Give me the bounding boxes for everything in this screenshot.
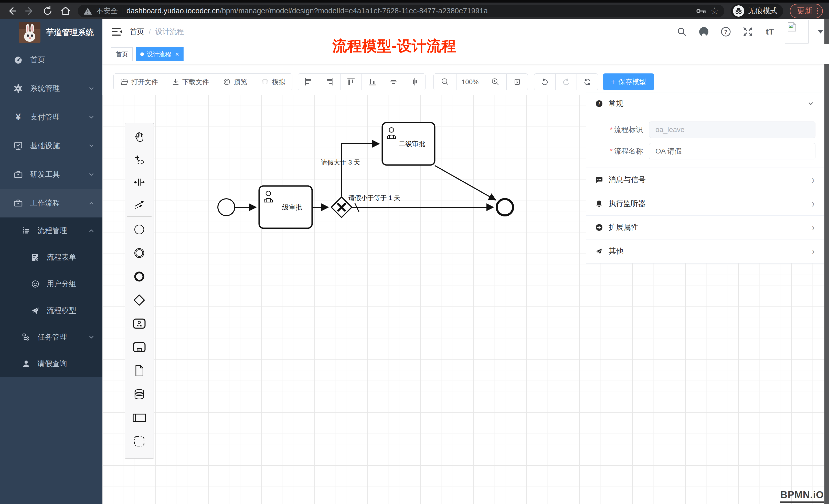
sidebar-logo[interactable]: 芋道管理系统 — [0, 19, 102, 45]
align-right-button[interactable] — [319, 73, 340, 90]
zoom-button-group: 100% — [433, 73, 528, 90]
flow-label-gt[interactable]: 请假大于 3 天 — [321, 159, 360, 166]
hamburger-icon[interactable] — [112, 27, 122, 36]
sidebar-item-devtools[interactable]: 研发工具 — [0, 160, 102, 189]
section-other[interactable]: 其他 › — [586, 239, 824, 263]
align-bottom-button[interactable] — [361, 73, 383, 90]
section-execution-listener[interactable]: 执行监听器 › — [586, 192, 824, 216]
active-dot — [140, 52, 144, 56]
file-button-group: 打开文件 下载文件 预览 模拟 — [113, 73, 292, 90]
download-file-button[interactable]: 下载文件 — [165, 73, 216, 90]
avatar-dropdown-caret[interactable] — [818, 30, 823, 34]
browser-reload-button[interactable] — [42, 5, 53, 16]
sidebar-item-label: 基础设施 — [30, 141, 81, 151]
user-task-first-approval[interactable]: 一级审批 — [259, 186, 312, 228]
key-icon[interactable] — [696, 8, 706, 14]
create-group[interactable] — [125, 430, 154, 453]
zoom-out-button[interactable] — [433, 73, 457, 90]
simulate-button[interactable]: 模拟 — [254, 73, 292, 90]
preview-button[interactable]: 预览 — [216, 73, 254, 90]
header-search-button[interactable] — [675, 25, 689, 39]
properties-panel: i 常规 *流程标识 *流程名称 消息与信号 › — [586, 92, 824, 264]
reload-icon — [42, 6, 53, 16]
align-left-button[interactable] — [298, 73, 319, 90]
space-tool[interactable] — [125, 171, 154, 193]
undo-button[interactable] — [534, 73, 555, 90]
create-participant[interactable] — [125, 406, 154, 430]
flow-gateway-to-task2[interactable] — [341, 144, 379, 196]
fit-viewport-icon — [513, 78, 521, 86]
browser-forward-button[interactable] — [24, 5, 35, 16]
section-label: 常规 — [609, 99, 802, 109]
header-help-button[interactable]: ? — [719, 25, 733, 39]
create-gateway[interactable] — [125, 288, 154, 312]
redo-button[interactable] — [555, 73, 577, 90]
align-vcenter-button[interactable] — [383, 73, 404, 90]
tab-home[interactable]: 首页 — [111, 47, 133, 61]
close-icon[interactable]: × — [175, 51, 179, 57]
user-task-second-approval[interactable]: 二级审批 — [382, 122, 435, 165]
browser-home-button[interactable] — [60, 5, 71, 16]
svg-text:i: i — [598, 101, 600, 107]
security-label[interactable]: 不安全 — [96, 6, 118, 16]
sidebar-item-user-group[interactable]: 用户分组 — [0, 271, 102, 297]
section-message-signal[interactable]: 消息与信号 › — [586, 168, 824, 192]
user-avatar[interactable] — [785, 20, 808, 43]
sidebar-item-system[interactable]: 系统管理 — [0, 74, 102, 103]
breadcrumb-home[interactable]: 首页 — [130, 27, 144, 37]
align-top-button[interactable] — [340, 73, 362, 90]
chevron-right-icon: › — [812, 174, 815, 186]
zoom-value: 100% — [462, 78, 479, 86]
process-key-input[interactable] — [649, 121, 816, 138]
sidebar-item-process-form[interactable]: 流程表单 — [0, 244, 102, 271]
tab-design-process[interactable]: 设计流程 × — [136, 47, 184, 61]
sidebar-item-infra[interactable]: 基础设施 — [0, 131, 102, 160]
browser-menu-icon[interactable] — [817, 8, 818, 14]
section-extended-attrs[interactable]: 扩展属性 › — [586, 216, 824, 239]
download-icon — [172, 78, 179, 85]
address-bar[interactable]: 不安全 dashboard.yudao.iocoder.cn/bpm/manag… — [78, 5, 724, 17]
end-event[interactable] — [497, 199, 513, 216]
section-general[interactable]: i 常规 — [586, 93, 824, 114]
create-data-store[interactable] — [125, 383, 154, 406]
create-user-task[interactable] — [125, 312, 154, 336]
process-name-input[interactable] — [649, 143, 816, 159]
open-file-button[interactable]: 打开文件 — [113, 73, 165, 90]
align-hcenter-button[interactable] — [404, 73, 426, 90]
create-data-object[interactable] — [125, 359, 154, 383]
create-end-event[interactable] — [125, 265, 154, 288]
flow-task2-to-end[interactable] — [435, 165, 496, 200]
url-text[interactable]: dashboard.yudao.iocoder.cn/bpm/manager/m… — [127, 7, 692, 15]
header-fullscreen-button[interactable] — [741, 25, 755, 39]
hand-tool[interactable] — [125, 126, 154, 148]
chevron-down-icon — [88, 114, 95, 120]
sidebar-item-label: 研发工具 — [30, 169, 81, 180]
bookmark-star-icon[interactable]: ☆ — [711, 6, 719, 15]
lasso-tool[interactable] — [125, 148, 154, 171]
sidebar-item-leave-query[interactable]: 请假查询 — [0, 350, 102, 377]
zoom-reset-button[interactable] — [506, 73, 528, 90]
start-event[interactable] — [218, 199, 235, 216]
button-label: 预览 — [234, 78, 247, 86]
sidebar-item-process-mgmt[interactable]: 流程管理 — [0, 218, 102, 244]
flow-label-le[interactable]: 请假小于等于 1 天 — [349, 194, 400, 201]
chevron-right-icon: › — [812, 197, 815, 210]
create-call-activity[interactable] — [125, 336, 154, 359]
browser-update-button[interactable]: 更新 — [790, 4, 823, 18]
zoom-level[interactable]: 100% — [456, 73, 484, 90]
create-intermediate-event[interactable] — [125, 241, 154, 265]
browser-back-button[interactable] — [6, 5, 17, 16]
sidebar-item-process-model[interactable]: 流程模型 — [0, 297, 102, 324]
button-label: 打开文件 — [131, 78, 158, 86]
sidebar-item-task-mgmt[interactable]: 任务管理 — [0, 324, 102, 350]
sidebar-item-payment[interactable]: ¥ 支付管理 — [0, 103, 102, 131]
sidebar-item-workflow[interactable]: 工作流程 — [0, 189, 102, 218]
zoom-in-button[interactable] — [483, 73, 507, 90]
header-fontsize-button[interactable]: tT — [763, 25, 777, 39]
restart-button[interactable] — [577, 73, 598, 90]
header-github-button[interactable] — [697, 25, 711, 39]
create-start-event[interactable] — [125, 218, 154, 241]
global-connect-tool[interactable] — [125, 193, 154, 216]
save-model-button[interactable]: + 保存模型 — [603, 73, 654, 90]
sidebar-item-home[interactable]: 首页 — [0, 45, 102, 74]
